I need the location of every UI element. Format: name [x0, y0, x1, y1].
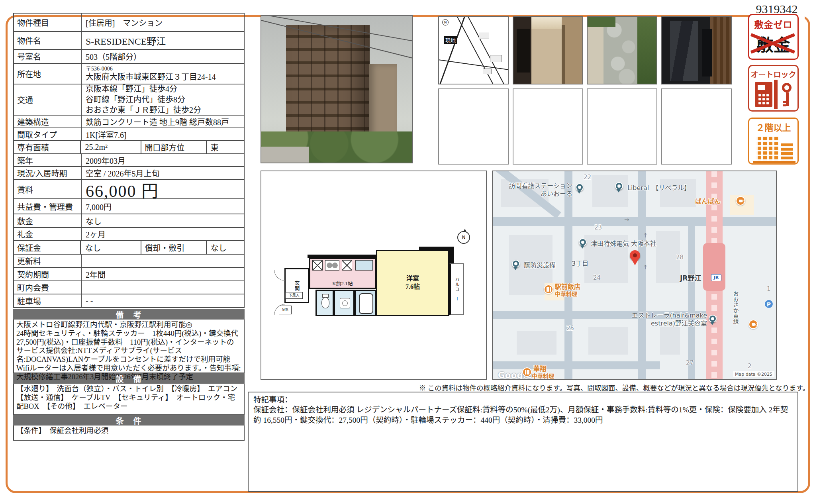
building-icon — [756, 136, 779, 161]
zip-code: 〒536-0006 — [86, 66, 216, 72]
address-text: 大阪府大阪市城東区野江３丁目24-14 — [86, 73, 216, 82]
floorplan-shoebox: 下足入 — [285, 292, 303, 299]
table-row-parking: 駐車場 - - — [14, 294, 244, 308]
map-building — [660, 327, 680, 355]
row-label: 更新料 — [14, 255, 82, 267]
table-row-neighborhood: 町内会費 — [14, 281, 244, 294]
conditions-header: 条 件 — [13, 415, 245, 426]
cup-glyph — [739, 200, 743, 202]
block-number: 1 — [767, 285, 771, 292]
property-location-marker — [630, 250, 640, 261]
row-value: 7,000円 — [82, 199, 244, 214]
row-value: 503（5階部分） — [82, 50, 244, 63]
map-pin-icon — [512, 260, 520, 268]
fork-glyph — [527, 370, 528, 375]
block-number: 25 — [566, 325, 574, 332]
table-row-structure: 建築構造 鉄筋コンクリート造 地上9階 総戸数88戸 — [14, 116, 244, 128]
fork-glyph — [548, 287, 549, 292]
map-building — [660, 179, 696, 207]
door-frame-icon — [774, 80, 778, 109]
row-label: 交通 — [14, 84, 82, 115]
cafe-icon — [736, 196, 745, 206]
table-row-rent: 賃料 66,000 円 — [14, 180, 244, 199]
sketch-building — [483, 69, 492, 74]
railway-station-band — [703, 243, 725, 291]
floorplan-stove-icon — [325, 260, 339, 271]
address-wrap: 〒536-0006 大阪府大阪市城東区野江３丁目24-14 — [86, 66, 216, 81]
disclaimer-note: ※ この資料は物件の概略紹介資料になります。写真、間取図面、設備、概要などが現況… — [279, 382, 809, 392]
key-icon-tooth — [783, 104, 786, 106]
photo-path-hedge — [637, 17, 656, 84]
map-building — [592, 175, 628, 207]
row-value: 京阪本線「野江」徒歩4分 谷町線「野江内代」徒歩8分 おおさか東「ＪＲ野江」徒歩… — [82, 84, 244, 115]
block-number: 23 — [594, 224, 602, 231]
photo-site-sketch: N 現地 — [438, 16, 509, 84]
row-value: 2ヶ月 — [82, 228, 244, 240]
row-value: 鉄筋コンクリート造 地上9階 総戸数88戸 — [82, 116, 244, 127]
row-label: 現況/入居時期 — [14, 167, 82, 179]
row-label: 築年 — [14, 154, 82, 166]
table-row-keymoney: 礼金 2ヶ月 — [14, 228, 244, 241]
bathtub-icon — [359, 293, 373, 314]
cup-glyph — [752, 323, 755, 326]
photo-sign-stone — [670, 21, 698, 81]
poi-label-tsuda: 津田特殊電気 大阪本社 — [591, 240, 656, 248]
photo-entrance-sign — [661, 16, 732, 84]
badge-no-deposit-title: 敷金ゼロ — [749, 17, 797, 31]
district-label: 3丁目 — [572, 260, 588, 268]
intercom-keypad — [758, 94, 761, 96]
floorplan-toilet-room — [315, 290, 334, 316]
oneway-arrow-icon: → — [624, 216, 629, 223]
map-pin-icon — [576, 183, 584, 191]
photo-sign-panel — [702, 29, 712, 76]
row-label: 所在地 — [14, 64, 82, 84]
main-photo-building — [261, 15, 413, 163]
row-sub-label: 償却・敷引 — [141, 241, 206, 254]
restaurant-icon — [544, 284, 553, 294]
table-row-layout: 間取タイプ 1K[洋室7.6] — [14, 128, 244, 141]
poi-label-ekimae-type: 中華料理 — [555, 291, 577, 298]
block-number: 22 — [584, 174, 591, 181]
row-label: 駐車場 — [14, 294, 82, 307]
photo-placeholder — [661, 88, 732, 165]
row-value: 1K[洋室7.6] — [82, 128, 244, 140]
room-label: 洋室 7.6帖 — [406, 275, 420, 291]
jr-logo: JR — [711, 274, 721, 281]
photo-hall-glass — [517, 29, 530, 73]
table-row-fees: 共益費・管理費 7,000円 — [14, 199, 244, 214]
row-label: 町内会費 — [14, 281, 82, 294]
row-value: なし — [82, 214, 244, 227]
poi-label-kasho: 華翔 — [533, 365, 546, 373]
sketch-building — [479, 33, 489, 39]
row-value: 2年間 — [82, 268, 244, 280]
floorplan-balcony: バルコニー — [449, 263, 464, 315]
block-number: 27 — [686, 359, 694, 367]
doc-id: 9319342 — [749, 2, 805, 16]
block-number: 28 — [676, 254, 684, 261]
washer-icon — [340, 298, 350, 308]
poi-label-banban: ばんばん — [695, 198, 721, 206]
photo-hall-floor — [531, 68, 582, 84]
badge-autolock-title: オートロック — [749, 69, 797, 79]
badge-second-floor-up: ２階以上 — [748, 118, 799, 165]
map-road — [493, 217, 777, 226]
map-road — [638, 171, 646, 380]
intercom-icon — [755, 82, 772, 107]
table-row-unit: 号室名 503（5階部分） — [14, 50, 244, 64]
photo-path-hedge-top — [588, 17, 615, 27]
photo-road — [261, 147, 309, 163]
special-notes-box: 特記事項： 保証会社：保証会社利用必須 レジデンシャルパートナーズ保証料:賃料等… — [248, 392, 798, 492]
row-label: 建築構造 — [14, 116, 82, 127]
equipment-text: 【水廻り】 洗面台（独立）・バス・トイレ別 【冷暖房】 エアコン 【放送・通信】… — [13, 384, 245, 415]
table-row-term: 契約期間 2年間 — [14, 268, 244, 281]
station-label: JR野江 — [680, 274, 701, 282]
map-building — [588, 327, 628, 355]
cafe-icon — [748, 320, 758, 329]
special-notes-body: 保証会社：保証会社利用必須 レジデンシャルパートナーズ保証料:賃料等の50%(最… — [253, 405, 793, 425]
map-road — [688, 217, 695, 380]
floorplan-cabinet-icon — [355, 260, 373, 271]
oneway-arrow-icon: ↑ — [643, 264, 648, 271]
restaurant-icon — [522, 367, 532, 377]
poi-label-liberal: Liberal 【リベラル】 — [627, 184, 690, 192]
row-label: 共益費・管理費 — [14, 199, 82, 214]
